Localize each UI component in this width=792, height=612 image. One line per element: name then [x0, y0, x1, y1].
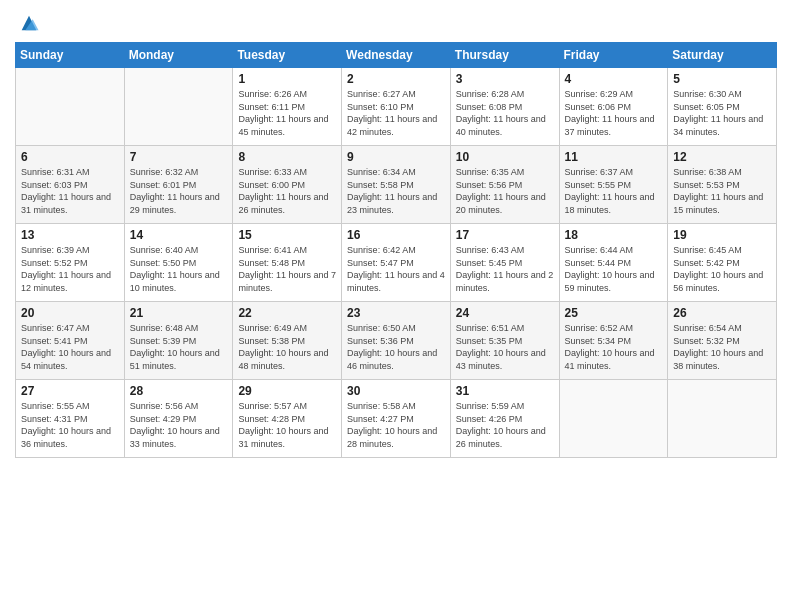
day-info: Sunrise: 6:49 AMSunset: 5:38 PMDaylight:… — [238, 322, 336, 372]
day-header-friday: Friday — [559, 43, 668, 68]
calendar-cell — [124, 68, 233, 146]
calendar-cell: 7Sunrise: 6:32 AMSunset: 6:01 PMDaylight… — [124, 146, 233, 224]
calendar-cell: 2Sunrise: 6:27 AMSunset: 6:10 PMDaylight… — [342, 68, 451, 146]
calendar-body: 1Sunrise: 6:26 AMSunset: 6:11 PMDaylight… — [16, 68, 777, 458]
day-info: Sunrise: 6:27 AMSunset: 6:10 PMDaylight:… — [347, 88, 445, 138]
logo-icon — [18, 12, 40, 34]
calendar-cell: 8Sunrise: 6:33 AMSunset: 6:00 PMDaylight… — [233, 146, 342, 224]
calendar-cell: 13Sunrise: 6:39 AMSunset: 5:52 PMDayligh… — [16, 224, 125, 302]
day-info: Sunrise: 5:58 AMSunset: 4:27 PMDaylight:… — [347, 400, 445, 450]
day-info: Sunrise: 6:41 AMSunset: 5:48 PMDaylight:… — [238, 244, 336, 294]
day-info: Sunrise: 6:28 AMSunset: 6:08 PMDaylight:… — [456, 88, 554, 138]
day-number: 22 — [238, 306, 336, 320]
day-info: Sunrise: 6:35 AMSunset: 5:56 PMDaylight:… — [456, 166, 554, 216]
day-number: 2 — [347, 72, 445, 86]
day-number: 19 — [673, 228, 771, 242]
calendar-week-5: 27Sunrise: 5:55 AMSunset: 4:31 PMDayligh… — [16, 380, 777, 458]
day-number: 12 — [673, 150, 771, 164]
calendar-cell: 16Sunrise: 6:42 AMSunset: 5:47 PMDayligh… — [342, 224, 451, 302]
day-number: 28 — [130, 384, 228, 398]
day-number: 30 — [347, 384, 445, 398]
day-info: Sunrise: 5:57 AMSunset: 4:28 PMDaylight:… — [238, 400, 336, 450]
day-number: 5 — [673, 72, 771, 86]
day-info: Sunrise: 6:40 AMSunset: 5:50 PMDaylight:… — [130, 244, 228, 294]
calendar-cell: 14Sunrise: 6:40 AMSunset: 5:50 PMDayligh… — [124, 224, 233, 302]
calendar-cell: 15Sunrise: 6:41 AMSunset: 5:48 PMDayligh… — [233, 224, 342, 302]
day-number: 13 — [21, 228, 119, 242]
calendar-cell: 3Sunrise: 6:28 AMSunset: 6:08 PMDaylight… — [450, 68, 559, 146]
day-number: 26 — [673, 306, 771, 320]
calendar-cell: 23Sunrise: 6:50 AMSunset: 5:36 PMDayligh… — [342, 302, 451, 380]
calendar-cell — [16, 68, 125, 146]
calendar-cell: 19Sunrise: 6:45 AMSunset: 5:42 PMDayligh… — [668, 224, 777, 302]
day-number: 31 — [456, 384, 554, 398]
day-info: Sunrise: 6:30 AMSunset: 6:05 PMDaylight:… — [673, 88, 771, 138]
calendar-cell: 17Sunrise: 6:43 AMSunset: 5:45 PMDayligh… — [450, 224, 559, 302]
calendar-cell: 27Sunrise: 5:55 AMSunset: 4:31 PMDayligh… — [16, 380, 125, 458]
calendar-cell: 21Sunrise: 6:48 AMSunset: 5:39 PMDayligh… — [124, 302, 233, 380]
day-number: 4 — [565, 72, 663, 86]
logo — [15, 10, 40, 34]
day-number: 1 — [238, 72, 336, 86]
day-number: 24 — [456, 306, 554, 320]
day-info: Sunrise: 6:48 AMSunset: 5:39 PMDaylight:… — [130, 322, 228, 372]
day-info: Sunrise: 6:44 AMSunset: 5:44 PMDaylight:… — [565, 244, 663, 294]
day-info: Sunrise: 6:26 AMSunset: 6:11 PMDaylight:… — [238, 88, 336, 138]
calendar-cell: 9Sunrise: 6:34 AMSunset: 5:58 PMDaylight… — [342, 146, 451, 224]
calendar-cell: 29Sunrise: 5:57 AMSunset: 4:28 PMDayligh… — [233, 380, 342, 458]
day-info: Sunrise: 6:39 AMSunset: 5:52 PMDaylight:… — [21, 244, 119, 294]
day-number: 27 — [21, 384, 119, 398]
day-info: Sunrise: 6:37 AMSunset: 5:55 PMDaylight:… — [565, 166, 663, 216]
day-number: 17 — [456, 228, 554, 242]
calendar-cell: 26Sunrise: 6:54 AMSunset: 5:32 PMDayligh… — [668, 302, 777, 380]
calendar-cell: 4Sunrise: 6:29 AMSunset: 6:06 PMDaylight… — [559, 68, 668, 146]
day-info: Sunrise: 5:59 AMSunset: 4:26 PMDaylight:… — [456, 400, 554, 450]
calendar-cell: 24Sunrise: 6:51 AMSunset: 5:35 PMDayligh… — [450, 302, 559, 380]
day-number: 11 — [565, 150, 663, 164]
calendar-cell: 31Sunrise: 5:59 AMSunset: 4:26 PMDayligh… — [450, 380, 559, 458]
day-number: 16 — [347, 228, 445, 242]
calendar-cell: 12Sunrise: 6:38 AMSunset: 5:53 PMDayligh… — [668, 146, 777, 224]
day-header-saturday: Saturday — [668, 43, 777, 68]
calendar-cell: 22Sunrise: 6:49 AMSunset: 5:38 PMDayligh… — [233, 302, 342, 380]
day-number: 10 — [456, 150, 554, 164]
day-info: Sunrise: 6:38 AMSunset: 5:53 PMDaylight:… — [673, 166, 771, 216]
day-number: 8 — [238, 150, 336, 164]
header — [15, 10, 777, 34]
calendar-cell: 20Sunrise: 6:47 AMSunset: 5:41 PMDayligh… — [16, 302, 125, 380]
calendar-cell — [559, 380, 668, 458]
calendar-week-3: 13Sunrise: 6:39 AMSunset: 5:52 PMDayligh… — [16, 224, 777, 302]
day-header-thursday: Thursday — [450, 43, 559, 68]
calendar-cell: 25Sunrise: 6:52 AMSunset: 5:34 PMDayligh… — [559, 302, 668, 380]
calendar-cell: 30Sunrise: 5:58 AMSunset: 4:27 PMDayligh… — [342, 380, 451, 458]
calendar-week-1: 1Sunrise: 6:26 AMSunset: 6:11 PMDaylight… — [16, 68, 777, 146]
day-info: Sunrise: 6:42 AMSunset: 5:47 PMDaylight:… — [347, 244, 445, 294]
day-info: Sunrise: 6:32 AMSunset: 6:01 PMDaylight:… — [130, 166, 228, 216]
day-number: 3 — [456, 72, 554, 86]
day-number: 14 — [130, 228, 228, 242]
calendar-cell: 5Sunrise: 6:30 AMSunset: 6:05 PMDaylight… — [668, 68, 777, 146]
day-header-wednesday: Wednesday — [342, 43, 451, 68]
calendar-cell: 18Sunrise: 6:44 AMSunset: 5:44 PMDayligh… — [559, 224, 668, 302]
day-info: Sunrise: 6:29 AMSunset: 6:06 PMDaylight:… — [565, 88, 663, 138]
calendar-header-row: SundayMondayTuesdayWednesdayThursdayFrid… — [16, 43, 777, 68]
day-number: 23 — [347, 306, 445, 320]
day-number: 15 — [238, 228, 336, 242]
calendar-week-2: 6Sunrise: 6:31 AMSunset: 6:03 PMDaylight… — [16, 146, 777, 224]
day-header-tuesday: Tuesday — [233, 43, 342, 68]
day-info: Sunrise: 6:50 AMSunset: 5:36 PMDaylight:… — [347, 322, 445, 372]
day-number: 25 — [565, 306, 663, 320]
day-number: 7 — [130, 150, 228, 164]
day-info: Sunrise: 6:51 AMSunset: 5:35 PMDaylight:… — [456, 322, 554, 372]
calendar-cell — [668, 380, 777, 458]
day-number: 21 — [130, 306, 228, 320]
page: SundayMondayTuesdayWednesdayThursdayFrid… — [0, 0, 792, 612]
day-info: Sunrise: 6:43 AMSunset: 5:45 PMDaylight:… — [456, 244, 554, 294]
calendar-table: SundayMondayTuesdayWednesdayThursdayFrid… — [15, 42, 777, 458]
calendar-cell: 11Sunrise: 6:37 AMSunset: 5:55 PMDayligh… — [559, 146, 668, 224]
calendar-cell: 28Sunrise: 5:56 AMSunset: 4:29 PMDayligh… — [124, 380, 233, 458]
day-info: Sunrise: 6:31 AMSunset: 6:03 PMDaylight:… — [21, 166, 119, 216]
day-info: Sunrise: 6:45 AMSunset: 5:42 PMDaylight:… — [673, 244, 771, 294]
day-header-monday: Monday — [124, 43, 233, 68]
calendar-cell: 6Sunrise: 6:31 AMSunset: 6:03 PMDaylight… — [16, 146, 125, 224]
